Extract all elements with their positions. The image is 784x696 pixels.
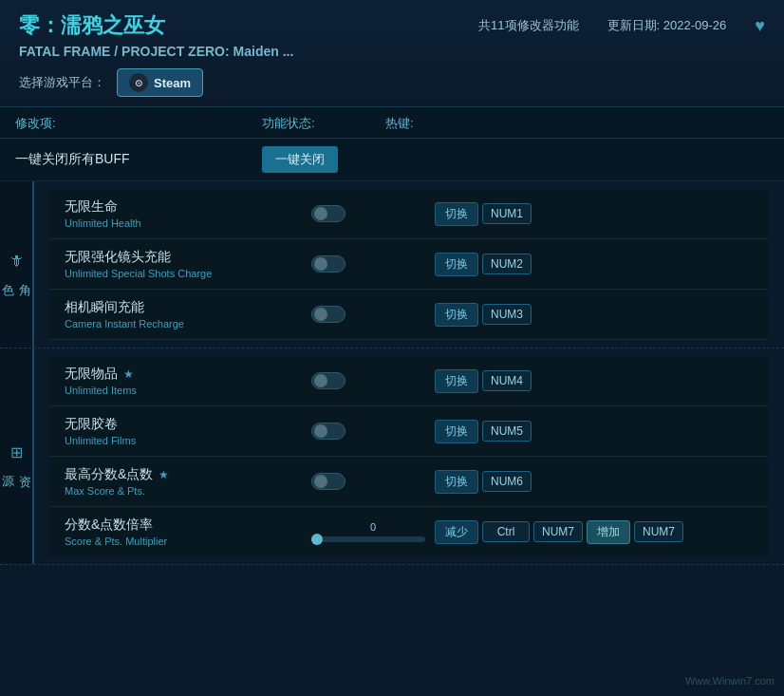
hotkey-key: NUM3 — [482, 304, 532, 325]
character-section-content: 无限生命 Unlimited Health 切换 NUM1 无限强化镜头充能 U… — [34, 181, 784, 348]
mod-name-en: Max Score & Pts. — [65, 485, 311, 497]
character-section-label: 🗡 角色 — [0, 181, 34, 348]
steam-button[interactable]: ⊙ Steam — [117, 68, 203, 97]
resources-section-label: ⊞ 资源 — [0, 348, 34, 564]
hotkey-ctrl-key: Ctrl — [482, 521, 530, 542]
mod-info: 无限胶卷 Unlimited Films — [65, 416, 311, 446]
resources-icon: ⊞ — [10, 443, 23, 461]
mod-name-zh: 最高分数&点数 ★ — [65, 466, 311, 483]
toggle-area — [311, 473, 435, 490]
hotkey-area: 切换 NUM4 — [435, 369, 754, 393]
resources-section-content: 无限物品 ★ Unlimited Items 切换 NUM4 无限胶卷 — [34, 348, 784, 564]
hotkey-key: NUM2 — [482, 254, 532, 274]
update-date: 更新日期: 2022-09-26 — [607, 17, 727, 34]
slider-hotkey-area: 减少 Ctrl NUM7 增加 NUM7 — [435, 520, 754, 544]
column-headers: 修改项: 功能状态: 热键: — [0, 107, 784, 139]
onekey-label: 一键关闭所有BUFF — [15, 151, 262, 168]
header: 零：濡鸦之巫女 共11项修改器功能 更新日期: 2022-09-26 ♥ FAT… — [0, 0, 784, 107]
toggle-area — [311, 255, 435, 273]
toggle-knob — [314, 207, 327, 220]
hotkey-key: NUM4 — [482, 370, 532, 391]
mod-row: 无限胶卷 Unlimited Films 切换 NUM5 — [49, 406, 769, 457]
hotkey-toggle-btn[interactable]: 切换 — [435, 303, 478, 327]
toggle-switch[interactable] — [311, 423, 345, 440]
mod-name-en: Unlimited Health — [65, 217, 311, 229]
mod-row: 最高分数&点数 ★ Max Score & Pts. 切换 NUM6 — [49, 457, 769, 507]
hotkey-area: 切换 NUM2 — [435, 253, 754, 276]
hotkey-key: NUM5 — [482, 421, 532, 442]
hotkey-decrease-btn[interactable]: 减少 — [435, 520, 478, 544]
hotkey-increase-btn[interactable]: 增加 — [587, 520, 630, 544]
mod-name-en: Score & Pts. Multiplier — [65, 536, 311, 547]
resources-section: ⊞ 资源 无限物品 ★ Unlimited Items 切换 NUM4 — [0, 348, 784, 565]
mod-info: 相机瞬间充能 Camera Instant Recharge — [65, 299, 311, 329]
toggle-switch[interactable] — [311, 306, 345, 323]
mod-name-en: Unlimited Items — [65, 385, 311, 396]
mod-name-zh: 无限生命 — [65, 198, 311, 216]
hotkey-toggle-btn[interactable]: 切换 — [435, 470, 478, 494]
toggle-knob — [314, 475, 327, 488]
hotkey-toggle-btn[interactable]: 切换 — [435, 369, 478, 393]
hotkey-area: 切换 NUM3 — [435, 303, 754, 327]
toggle-knob — [314, 308, 327, 321]
resources-section-name: 资源 — [0, 465, 33, 469]
watermark: Www.Winwin7.com — [685, 675, 775, 687]
mod-name-zh: 无限胶卷 — [65, 416, 311, 433]
character-icon: 🗡 — [9, 253, 24, 270]
toggle-switch[interactable] — [311, 205, 345, 222]
favorite-icon[interactable]: ♥ — [755, 16, 765, 36]
mod-name-zh: 无限强化镜头充能 — [65, 249, 311, 266]
slider-info: 分数&点数倍率 Score & Pts. Multiplier — [65, 517, 311, 547]
col-header-mod: 修改项: — [15, 115, 262, 132]
hotkey-area: 切换 NUM1 — [435, 202, 754, 226]
toggle-area — [311, 372, 435, 389]
star-badge: ★ — [123, 367, 134, 381]
game-title-en: FATAL FRAME / PROJECT ZERO: Maiden ... — [19, 44, 765, 59]
toggle-switch[interactable] — [311, 255, 345, 273]
toggle-knob — [314, 257, 327, 271]
hotkey-toggle-btn[interactable]: 切换 — [435, 202, 478, 226]
hotkey-key: NUM6 — [482, 471, 532, 492]
mod-row: 无限生命 Unlimited Health 切换 NUM1 — [49, 189, 769, 239]
slider-area: 0 — [311, 521, 435, 542]
mod-row: 无限强化镜头充能 Unlimited Special Shots Charge … — [49, 239, 769, 290]
star-badge: ★ — [159, 468, 169, 481]
onekey-button[interactable]: 一键关闭 — [262, 146, 338, 173]
game-title-zh: 零：濡鸦之巫女 — [19, 11, 165, 40]
slider-thumb[interactable] — [311, 534, 323, 545]
hotkey-num7-increase-key: NUM7 — [634, 521, 683, 542]
header-top: 零：濡鸦之巫女 共11项修改器功能 更新日期: 2022-09-26 ♥ — [19, 11, 765, 40]
slider-track[interactable] — [311, 536, 425, 542]
platform-row: 选择游戏平台： ⊙ Steam — [19, 68, 765, 97]
mod-name-en: Unlimited Special Shots Charge — [65, 268, 311, 279]
hotkey-area: 切换 NUM6 — [435, 470, 754, 494]
mod-row: 无限物品 ★ Unlimited Items 切换 NUM4 — [49, 356, 769, 406]
slider-value: 0 — [370, 521, 376, 533]
mod-name-zh: 相机瞬间充能 — [65, 299, 311, 316]
header-meta: 共11项修改器功能 更新日期: 2022-09-26 ♥ — [478, 16, 765, 36]
mod-name-en: Camera Instant Recharge — [65, 318, 311, 329]
hotkey-toggle-btn[interactable]: 切换 — [435, 253, 478, 276]
toggle-area — [311, 205, 435, 222]
character-section-name: 角色 — [0, 273, 33, 277]
hotkey-key: NUM1 — [482, 203, 532, 224]
mod-name-zh: 分数&点数倍率 — [65, 517, 311, 534]
mod-info: 无限强化镜头充能 Unlimited Special Shots Charge — [65, 249, 311, 279]
hotkey-area: 切换 NUM5 — [435, 420, 754, 443]
onekey-row: 一键关闭所有BUFF 一键关闭 — [0, 139, 784, 181]
toggle-knob — [314, 374, 327, 387]
hotkey-num7-key: NUM7 — [533, 521, 583, 542]
toggle-switch[interactable] — [311, 473, 345, 490]
toggle-switch[interactable] — [311, 372, 345, 389]
mod-info: 最高分数&点数 ★ Max Score & Pts. — [65, 466, 311, 497]
hotkey-toggle-btn[interactable]: 切换 — [435, 420, 478, 443]
slider-row: 分数&点数倍率 Score & Pts. Multiplier 0 减少 Ctr… — [49, 507, 769, 556]
platform-label: 选择游戏平台： — [19, 74, 105, 91]
mod-name-zh: 无限物品 ★ — [65, 366, 311, 383]
toggle-area — [311, 306, 435, 323]
toggle-knob — [314, 424, 327, 438]
mod-info: 无限物品 ★ Unlimited Items — [65, 366, 311, 396]
mod-row: 相机瞬间充能 Camera Instant Recharge 切换 NUM3 — [49, 290, 769, 340]
col-header-hotkey: 热键: — [385, 115, 769, 132]
mod-name-en: Unlimited Films — [65, 435, 311, 446]
